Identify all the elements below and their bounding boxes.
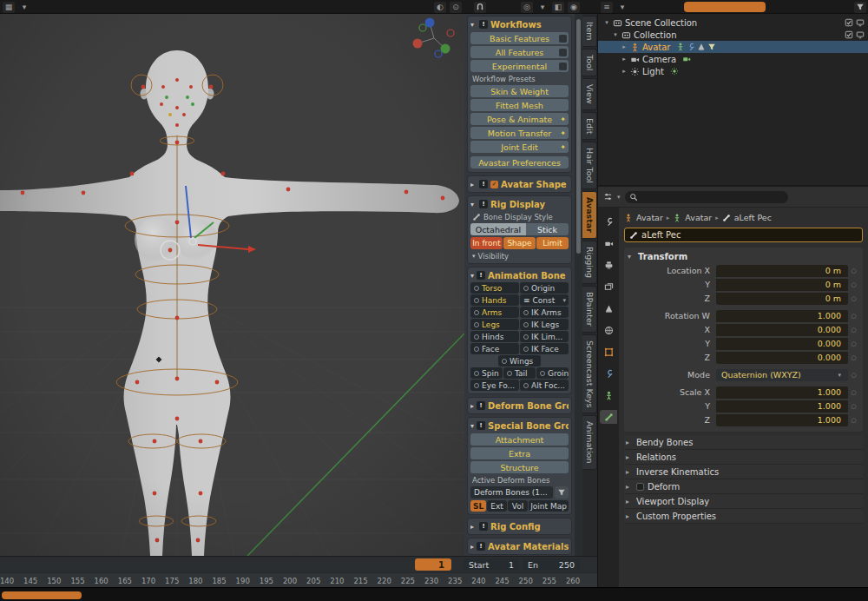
transform-panel-header[interactable]: ▾ Transform: [628, 249, 859, 263]
scale-z-field[interactable]: 1.000: [716, 414, 848, 426]
viewport-display-panel-header[interactable]: ▸Viewport Display: [624, 494, 863, 509]
deform-bone-groups-header[interactable]: ▸ ! Deform Bone Groups: [470, 400, 569, 412]
hinds-toggle[interactable]: Hinds: [470, 331, 519, 342]
shading-dropdown-icon[interactable]: ▾: [536, 2, 549, 13]
scale-x-field[interactable]: 1.000: [716, 386, 848, 399]
vol-toggle[interactable]: Vol: [508, 500, 528, 512]
sl-toggle[interactable]: SL: [470, 500, 486, 512]
expand-arrow-icon[interactable]: ▾: [603, 19, 610, 26]
overlays-toggle-icon[interactable]: ⊙: [450, 2, 462, 13]
frame-end-field[interactable]: En250: [523, 558, 580, 571]
structure-button[interactable]: Structure: [470, 461, 569, 473]
tail-toggle[interactable]: Tail: [503, 367, 536, 379]
breadcrumb-object[interactable]: Avatar: [636, 213, 663, 222]
timeline-ruler[interactable]: 1401451501551601651701751801851901952002…: [0, 572, 597, 588]
outliner-row-collection[interactable]: ▾ Collection: [598, 29, 868, 41]
scrollbar-thumb[interactable]: [576, 19, 581, 254]
workflows-header[interactable]: ▾ ! Workflows: [470, 18, 569, 30]
proportional-edit-icon[interactable]: ◎: [521, 2, 533, 13]
deform-panel-header[interactable]: ▸Deform: [624, 479, 863, 494]
tab-item[interactable]: Item: [582, 16, 597, 47]
attachment-button[interactable]: Attachment: [470, 433, 569, 446]
in-front-toggle[interactable]: In front: [470, 237, 503, 249]
torso-toggle[interactable]: Torso: [470, 282, 519, 294]
tab-avastar[interactable]: Avastar: [582, 191, 597, 239]
deform-checkbox[interactable]: [636, 483, 644, 491]
tab-hair-tool[interactable]: Hair Tool: [582, 142, 597, 189]
deform-filter-button[interactable]: [555, 486, 569, 499]
screen-visibility-icon[interactable]: [856, 18, 865, 27]
const-dropdown[interactable]: ≡Const▾: [520, 294, 569, 306]
filter-funnel-icon[interactable]: [854, 2, 866, 13]
ik-arms-toggle[interactable]: IK Arms: [520, 307, 569, 318]
animate-decorator-icon[interactable]: ○: [848, 327, 859, 334]
avatar-materials-header[interactable]: ▸ ! Avatar Materials: [470, 540, 569, 552]
pose-animate-button[interactable]: Pose & Animate✦: [470, 113, 569, 125]
limit-toggle[interactable]: Limit: [536, 237, 569, 249]
collapse-arrow-icon[interactable]: ▸: [470, 523, 477, 531]
animate-decorator-icon[interactable]: ○: [848, 372, 859, 379]
tab-view[interactable]: View: [582, 78, 597, 110]
solid-shading-icon[interactable]: ◉: [568, 2, 580, 13]
basic-features-button[interactable]: Basic Features: [470, 32, 569, 44]
alt-focus-toggle[interactable]: Alt Foc...: [520, 380, 569, 391]
animation-bone-groups-header[interactable]: ▾ ! Animation Bone Gr...: [470, 269, 569, 281]
animate-decorator-icon[interactable]: ○: [848, 389, 859, 396]
collapse-arrow-icon[interactable]: ▾: [470, 272, 474, 280]
tab-screencast-keys[interactable]: Screencast Keys: [582, 334, 597, 414]
extra-button[interactable]: Extra: [470, 447, 569, 459]
properties-search-input[interactable]: [625, 191, 788, 203]
experimental-button[interactable]: Experimental: [470, 60, 569, 72]
tab-edit[interactable]: Edit: [582, 112, 597, 140]
ptab-world[interactable]: [600, 323, 617, 337]
screen-visibility-icon[interactable]: [856, 30, 865, 39]
rotation-mode-dropdown[interactable]: Quaternion (WXYZ)▾: [716, 369, 848, 381]
collapse-arrow-icon[interactable]: ▸: [470, 181, 477, 188]
eye-focus-toggle[interactable]: Eye Fo...: [470, 380, 519, 391]
expand-arrow-icon[interactable]: ▸: [621, 68, 628, 75]
groin-toggle[interactable]: Groin: [536, 367, 569, 379]
relations-panel-header[interactable]: ▸Relations: [624, 450, 863, 465]
collapse-arrow-icon[interactable]: ▸: [470, 402, 474, 410]
expand-arrow-icon[interactable]: ▾: [612, 31, 619, 38]
collapse-arrow-icon[interactable]: ▸: [470, 543, 474, 551]
expand-arrow-icon[interactable]: ▸: [621, 43, 628, 50]
outliner-row-camera[interactable]: ▸ Camera: [598, 53, 868, 65]
location-x-field[interactable]: 0 m: [716, 265, 848, 277]
rig-config-header[interactable]: ▸ ! Rig Config: [470, 520, 569, 532]
hands-toggle[interactable]: Hands: [470, 294, 519, 306]
sidebar-scrollbar[interactable]: [575, 14, 582, 556]
rotation-w-field[interactable]: 1.000: [716, 310, 848, 322]
scale-y-field[interactable]: 1.000: [716, 400, 848, 413]
avatar-shape-checkbox[interactable]: ✓: [490, 181, 498, 188]
collapse-arrow-icon[interactable]: ▾: [470, 201, 477, 208]
outliner-search-input[interactable]: [684, 2, 766, 12]
collapse-arrow-icon[interactable]: ▾: [628, 253, 635, 261]
face-toggle[interactable]: Face: [470, 343, 519, 354]
bone-name-field[interactable]: aLeft Pec: [624, 228, 863, 242]
shape-toggle[interactable]: Shape: [503, 237, 536, 249]
spin-toggle[interactable]: Spin: [470, 367, 503, 379]
rotation-z-field[interactable]: 0.000: [716, 352, 848, 364]
ik-face-toggle[interactable]: IK Face: [520, 343, 569, 354]
bendy-bones-panel-header[interactable]: ▸Bendy Bones: [624, 435, 863, 450]
fitted-mesh-button[interactable]: Fitted Mesh: [470, 99, 569, 111]
inverse-kinematics-panel-header[interactable]: ▸Inverse Kinematics: [624, 465, 863, 479]
viewport-3d[interactable]: [0, 14, 464, 556]
checkbox-icon[interactable]: [845, 18, 853, 27]
skin-weight-button[interactable]: Skin & Weight: [470, 85, 569, 97]
avatar-shape-header[interactable]: ▸ ! ✓ Avatar Shape: [470, 178, 569, 190]
animate-decorator-icon[interactable]: ○: [848, 267, 859, 274]
wings-toggle[interactable]: Wings: [498, 355, 541, 367]
ptab-output[interactable]: [600, 258, 617, 272]
avastar-preferences-button[interactable]: Avastar Preferences: [470, 156, 569, 168]
preset-link-icon[interactable]: [559, 49, 567, 56]
arms-toggle[interactable]: Arms: [470, 307, 519, 318]
snap-magnet-icon[interactable]: [474, 2, 486, 13]
legs-toggle[interactable]: Legs: [470, 319, 519, 330]
animate-decorator-icon[interactable]: ○: [848, 281, 859, 288]
animate-decorator-icon[interactable]: ○: [848, 403, 859, 410]
ptab-tool[interactable]: [600, 215, 617, 228]
breadcrumb-bone[interactable]: aLeft Pec: [734, 213, 772, 222]
ptab-scene[interactable]: [600, 301, 617, 315]
